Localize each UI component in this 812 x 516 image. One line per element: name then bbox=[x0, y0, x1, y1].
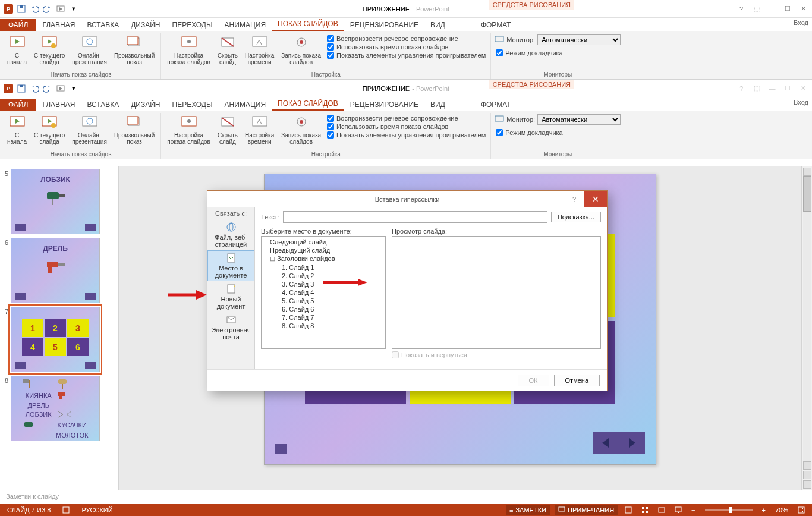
save-icon[interactable] bbox=[15, 83, 27, 95]
scroll-up-icon[interactable] bbox=[803, 168, 811, 176]
from-beginning-button[interactable]: С начала bbox=[5, 113, 29, 146]
rehearse-timings-button[interactable]: Настройка времени bbox=[243, 33, 276, 67]
thumbnail-8[interactable]: 8 КИЯНКА ДРЕЛЬ ЛОБЗИК КУСАЧКИ МОЛОТОК bbox=[1, 376, 117, 441]
tree-slide-1[interactable]: 1. Слайд 1 bbox=[262, 263, 385, 272]
tab-home[interactable]: ГЛАВНАЯ bbox=[36, 19, 81, 31]
text-display-input[interactable] bbox=[283, 211, 547, 223]
fit-to-window-icon[interactable] bbox=[795, 506, 807, 514]
help-icon[interactable]: ? bbox=[735, 82, 748, 95]
undo-icon[interactable] bbox=[29, 83, 40, 95]
linkwith-new-doc[interactable]: Новый документ bbox=[207, 281, 254, 312]
tree-slide-4[interactable]: 4. Слайд 4 bbox=[262, 288, 385, 297]
linkwith-file-web[interactable]: Файл, веб-страницей bbox=[207, 219, 254, 250]
from-beginning-button[interactable]: С начала bbox=[5, 33, 29, 67]
redo-icon[interactable] bbox=[42, 3, 53, 15]
ribbon-display-icon[interactable]: ⬚ bbox=[750, 82, 763, 95]
dialog-close-icon[interactable]: ✕ bbox=[584, 191, 607, 207]
tab-view[interactable]: ВИД bbox=[424, 19, 451, 31]
use-timings-checkbox[interactable]: Использовать время показа слайдов bbox=[326, 122, 487, 131]
place-in-document-tree[interactable]: Следующий слайд Предыдущий слайд Заголов… bbox=[261, 236, 386, 349]
play-narrations-checkbox[interactable]: Воспроизвести речевое сопровождение bbox=[326, 114, 487, 122]
present-online-button[interactable]: Онлайн- презентация bbox=[70, 33, 109, 67]
tab-review[interactable]: РЕЦЕНЗИРОВАНИЕ bbox=[344, 99, 424, 111]
slide-prev-button[interactable] bbox=[593, 432, 619, 454]
normal-view-icon[interactable] bbox=[622, 506, 634, 514]
linkwith-place-in-doc[interactable]: Место в документе bbox=[207, 250, 254, 281]
rehearse-timings-button[interactable]: Настройка времени bbox=[243, 113, 276, 146]
notes-button[interactable]: ≡ ЗАМЕТКИ bbox=[506, 505, 550, 515]
start-from-beginning-icon[interactable] bbox=[55, 3, 67, 15]
show-media-controls-checkbox[interactable]: Показать элементы управления проигрывате… bbox=[326, 131, 487, 139]
next-slide-icon[interactable] bbox=[803, 480, 811, 489]
tab-slideshow[interactable]: ПОКАЗ СЛАЙДОВ bbox=[272, 97, 344, 111]
custom-slideshow-button[interactable]: Произвольный показ bbox=[112, 33, 157, 67]
tab-format[interactable]: ФОРМАТ bbox=[475, 99, 517, 111]
tree-slide-titles-header[interactable]: Заголовки слайдов bbox=[262, 254, 385, 263]
tab-transitions[interactable]: ПЕРЕХОДЫ bbox=[166, 99, 219, 111]
tab-file[interactable]: ФАЙЛ bbox=[0, 19, 36, 31]
tab-insert[interactable]: ВСТАВКА bbox=[81, 19, 125, 31]
monitor-selector[interactable]: Монитор:Автоматически bbox=[495, 33, 621, 46]
zoom-in-icon[interactable]: + bbox=[760, 506, 768, 514]
maximize-icon[interactable]: ☐ bbox=[781, 82, 794, 95]
screentip-button[interactable]: Подсказка... bbox=[551, 212, 601, 222]
monitor-selector[interactable]: Монитор:Автоматически bbox=[495, 113, 621, 126]
notes-pane[interactable]: Заметки к слайду bbox=[0, 490, 812, 504]
vertical-scrollbar[interactable] bbox=[801, 166, 812, 490]
tree-slide-8[interactable]: 8. Слайд 8 bbox=[262, 322, 385, 330]
thumbnail-7[interactable]: 7 1 2 3 4 5 6 bbox=[1, 307, 117, 372]
thumbnail-6[interactable]: 6 ДРЕЛЬ bbox=[1, 238, 117, 303]
qat-dropdown-icon[interactable]: ▾ bbox=[68, 83, 80, 95]
cancel-button[interactable]: Отмена bbox=[554, 375, 600, 386]
powerpoint-icon[interactable]: P bbox=[2, 3, 14, 15]
tab-transitions[interactable]: ПЕРЕХОДЫ bbox=[166, 19, 219, 31]
minimize-icon[interactable]: — bbox=[766, 2, 779, 15]
tree-slide-5[interactable]: 5. Слайд 5 bbox=[262, 297, 385, 305]
thumbnail-5[interactable]: 5 ЛОБЗИК bbox=[1, 169, 117, 234]
tab-design[interactable]: ДИЗАЙН bbox=[125, 19, 166, 31]
record-slideshow-button[interactable]: Запись показа слайдов bbox=[279, 33, 323, 67]
undo-icon[interactable] bbox=[29, 3, 40, 15]
tree-slide-6[interactable]: 6. Слайд 6 bbox=[262, 305, 385, 313]
save-icon[interactable] bbox=[15, 3, 27, 15]
zoom-percent[interactable]: 70% bbox=[773, 506, 791, 514]
monitor-select[interactable]: Автоматически bbox=[537, 34, 621, 45]
slide-sorter-view-icon[interactable] bbox=[639, 506, 651, 514]
record-slideshow-button[interactable]: Запись показа слайдов bbox=[279, 113, 323, 146]
tab-design[interactable]: ДИЗАЙН bbox=[125, 99, 166, 111]
use-timings-checkbox[interactable]: Использовать время показа слайдов bbox=[326, 43, 487, 51]
minimize-icon[interactable]: — bbox=[766, 82, 779, 95]
scroll-down-icon[interactable] bbox=[803, 461, 811, 470]
tab-view[interactable]: ВИД bbox=[424, 99, 451, 111]
tab-animations[interactable]: АНИМАЦИЯ bbox=[219, 99, 272, 111]
spellcheck-icon[interactable] bbox=[60, 506, 72, 514]
slide-thumbnail-pane[interactable]: 5 ЛОБЗИК 6 ДРЕЛЬ 7 1 2 3 4 bbox=[0, 166, 119, 490]
close-icon[interactable]: ✕ bbox=[797, 82, 810, 95]
tab-review[interactable]: РЕЦЕНЗИРОВАНИЕ bbox=[344, 19, 424, 31]
from-current-button[interactable]: С текущего слайда bbox=[32, 33, 67, 67]
monitor-select[interactable]: Автоматически bbox=[537, 114, 621, 125]
setup-slideshow-button[interactable]: Настройка показа слайдов bbox=[165, 33, 213, 67]
presenter-view-checkbox[interactable]: Режим докладчика bbox=[495, 49, 564, 57]
play-narrations-checkbox[interactable]: Воспроизвести речевое сопровождение bbox=[326, 34, 487, 43]
custom-slideshow-button[interactable]: Произвольный показ bbox=[112, 113, 157, 146]
slide-next-button[interactable] bbox=[619, 432, 645, 454]
comments-button[interactable]: ПРИМЕЧАНИЯ bbox=[555, 505, 618, 515]
show-and-return-checkbox[interactable]: Показать и вернуться bbox=[392, 351, 601, 358]
tab-file[interactable]: ФАЙЛ bbox=[0, 99, 36, 111]
slideshow-view-icon[interactable] bbox=[672, 506, 684, 514]
close-icon[interactable]: ✕ bbox=[797, 2, 810, 15]
tree-slide-7[interactable]: 7. Слайд 7 bbox=[262, 313, 385, 322]
setup-slideshow-button[interactable]: Настройка показа слайдов bbox=[165, 113, 213, 146]
ok-button[interactable]: ОК bbox=[518, 375, 549, 386]
show-media-controls-checkbox[interactable]: Показать элементы управления проигрывате… bbox=[326, 51, 487, 59]
zoom-out-icon[interactable]: − bbox=[689, 506, 697, 514]
hide-slide-button[interactable]: Скрыть слайд bbox=[215, 113, 240, 146]
tree-next-slide[interactable]: Следующий слайд bbox=[262, 238, 385, 246]
qat-dropdown-icon[interactable]: ▾ bbox=[68, 3, 80, 15]
dialog-help-icon[interactable]: ? bbox=[565, 191, 583, 207]
tab-insert[interactable]: ВСТАВКА bbox=[81, 99, 125, 111]
dialog-titlebar[interactable]: Вставка гиперссылки ? ✕ bbox=[207, 191, 607, 207]
tab-home[interactable]: ГЛАВНАЯ bbox=[36, 99, 81, 111]
start-from-beginning-icon[interactable] bbox=[55, 83, 67, 95]
